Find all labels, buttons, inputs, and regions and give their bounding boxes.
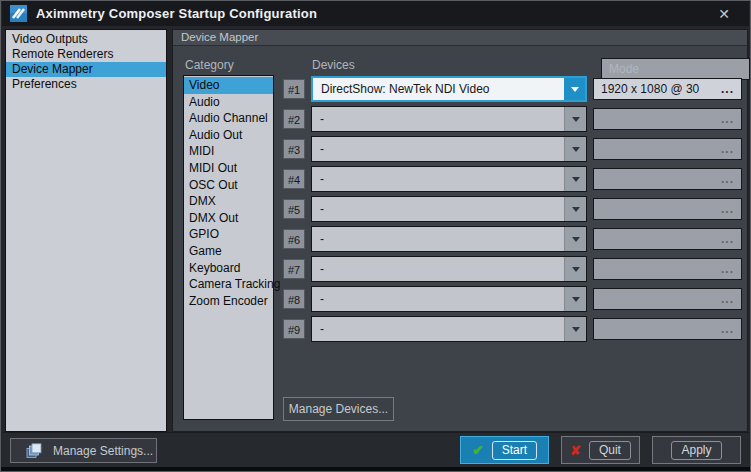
quit-x-icon: ✘ (570, 443, 581, 458)
category-item-dmx[interactable]: DMX (184, 193, 273, 210)
window-bottom-edge (1, 467, 750, 471)
category-item-gpio[interactable]: GPIO (184, 226, 273, 243)
mode-more-button[interactable]: ... (721, 84, 734, 94)
device-combobox[interactable]: - (311, 226, 587, 252)
manage-settings-button[interactable]: Manage Settings... (10, 438, 157, 463)
row-index-badge: #9 (283, 319, 305, 339)
mode-field: ... (593, 258, 742, 280)
mode-more-button[interactable]: ... (721, 234, 734, 244)
dropdown-arrow-button[interactable] (564, 227, 586, 251)
panel-title: Device Mapper (173, 30, 747, 46)
device-combobox[interactable]: - (311, 286, 587, 312)
device-combobox[interactable]: DirectShow: NewTek NDI Video (311, 76, 587, 102)
quit-button[interactable]: ✘ Quit (561, 436, 640, 464)
stacked-layers-icon (26, 443, 42, 459)
device-combobox-value: - (312, 137, 564, 161)
device-combobox[interactable]: - (311, 316, 587, 342)
mode-field: ... (593, 318, 742, 340)
device-combobox[interactable]: - (311, 106, 587, 132)
mode-value: 1920 x 1080 @ 30 (601, 82, 721, 96)
row-index-badge: #3 (283, 139, 305, 159)
mode-more-button[interactable]: ... (721, 204, 734, 214)
device-combobox-value: - (312, 107, 564, 131)
manage-settings-label: Manage Settings... (53, 444, 153, 458)
category-item-dmx-out[interactable]: DMX Out (184, 210, 273, 227)
sidebar-item-video-outputs[interactable]: Video Outputs (6, 32, 166, 47)
mode-field: ... (593, 198, 742, 220)
mode-field: ... (593, 168, 742, 190)
dropdown-arrow-button[interactable] (564, 167, 586, 191)
mode-more-button[interactable]: ... (721, 144, 734, 154)
mode-more-button[interactable]: ... (721, 114, 734, 124)
row-index-badge: #2 (283, 109, 305, 129)
category-item-osc-out[interactable]: OSC Out (184, 177, 273, 194)
device-combobox[interactable]: - (311, 136, 587, 162)
category-item-midi-out[interactable]: MIDI Out (184, 160, 273, 177)
chevron-down-icon (572, 207, 580, 212)
dropdown-arrow-button[interactable] (564, 137, 586, 161)
dropdown-arrow-button[interactable] (564, 317, 586, 341)
settings-section-list: Video Outputs Remote Renderers Device Ma… (5, 29, 167, 432)
category-item-audio[interactable]: Audio (184, 94, 273, 111)
row-index-badge: #4 (283, 169, 305, 189)
category-list: Video Audio Audio Channel Audio Out MIDI… (183, 75, 274, 420)
dropdown-arrow-button[interactable] (564, 197, 586, 221)
mode-more-button[interactable]: ... (721, 174, 734, 184)
chevron-down-icon (571, 87, 579, 92)
dropdown-arrow-button[interactable] (564, 78, 585, 100)
category-item-midi[interactable]: MIDI (184, 143, 273, 160)
chevron-down-icon (572, 237, 580, 242)
row-index-badge: #5 (283, 199, 305, 219)
mode-more-button[interactable]: ... (721, 294, 734, 304)
chevron-down-icon (572, 147, 580, 152)
mode-field[interactable]: 1920 x 1080 @ 30 ... (593, 78, 742, 100)
app-logo-icon (10, 5, 27, 22)
category-item-audio-out[interactable]: Audio Out (184, 127, 273, 144)
device-combobox-value: - (312, 317, 564, 341)
device-combobox-value: - (312, 197, 564, 221)
sidebar-item-remote-renderers[interactable]: Remote Renderers (6, 47, 166, 62)
device-row: #7 - ... (283, 256, 743, 282)
category-item-zoom-encoder[interactable]: Zoom Encoder (184, 293, 273, 310)
device-combobox-value: - (312, 287, 564, 311)
sidebar-item-device-mapper[interactable]: Device Mapper (6, 62, 166, 77)
device-combobox[interactable]: - (311, 166, 587, 192)
dropdown-arrow-button[interactable] (564, 257, 586, 281)
chevron-down-icon (572, 267, 580, 272)
mode-more-button[interactable]: ... (721, 264, 734, 274)
device-mapper-panel: Device Mapper Category Devices Mode Vide… (172, 29, 748, 432)
titlebar[interactable]: Aximmetry Composer Startup Configuration… (2, 1, 749, 26)
device-row: #5 - ... (283, 196, 743, 222)
apply-button[interactable]: Apply (652, 436, 741, 464)
row-index-badge: #6 (283, 229, 305, 249)
category-item-audio-channel[interactable]: Audio Channel (184, 110, 273, 127)
category-item-keyboard[interactable]: Keyboard (184, 260, 273, 277)
category-item-game[interactable]: Game (184, 243, 273, 260)
mode-more-button[interactable]: ... (721, 324, 734, 334)
dropdown-arrow-button[interactable] (564, 287, 586, 311)
start-button[interactable]: ✔ Start (460, 436, 549, 464)
mode-field: ... (593, 228, 742, 250)
sidebar-item-preferences[interactable]: Preferences (6, 77, 166, 92)
category-item-video[interactable]: Video (184, 77, 273, 94)
window-title: Aximmetry Composer Startup Configuration (36, 6, 317, 21)
device-row: #8 - ... (283, 286, 743, 312)
chevron-down-icon (572, 327, 580, 332)
startup-configuration-dialog: Aximmetry Composer Startup Configuration… (0, 0, 751, 472)
row-index-badge: #1 (283, 79, 305, 99)
device-row: #9 - ... (283, 316, 743, 342)
mode-field: ... (593, 108, 742, 130)
device-combobox-value: - (312, 227, 564, 251)
footer-bar: Manage Settings... ✔ Start ✘ Quit Apply (2, 432, 749, 467)
device-combobox[interactable]: - (311, 196, 587, 222)
device-combobox[interactable]: - (311, 256, 587, 282)
dropdown-arrow-button[interactable] (564, 107, 586, 131)
device-combobox-value: DirectShow: NewTek NDI Video (313, 78, 564, 100)
device-row: #1 DirectShow: NewTek NDI Video 1920 x 1… (283, 76, 743, 102)
close-icon: ✕ (718, 6, 730, 22)
chevron-down-icon (572, 297, 580, 302)
device-combobox-value: - (312, 167, 564, 191)
manage-devices-button[interactable]: Manage Devices... (283, 397, 394, 421)
category-item-camera-tracking[interactable]: Camera Tracking (184, 276, 273, 293)
close-button[interactable]: ✕ (709, 1, 739, 26)
